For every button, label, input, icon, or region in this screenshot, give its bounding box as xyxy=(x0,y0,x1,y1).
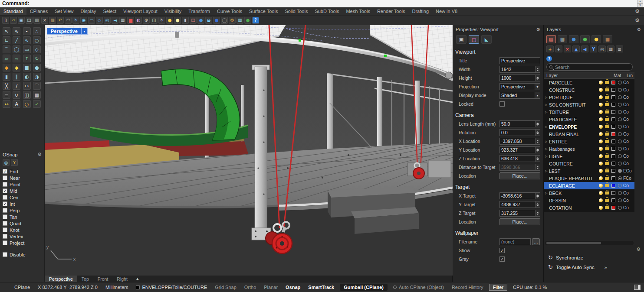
width-input[interactable]: 1642 xyxy=(499,66,540,73)
layer-color-swatch[interactable] xyxy=(611,95,615,99)
location-button[interactable]: Place... xyxy=(499,218,540,225)
menu-item-render-tools[interactable]: Render Tools xyxy=(374,7,409,15)
layer-visibility-bulb-icon[interactable] xyxy=(599,132,603,136)
osnap-gear-icon[interactable]: ⚙ xyxy=(37,152,42,157)
layer-material-icon[interactable] xyxy=(618,95,622,99)
expand-arrow-icon[interactable]: ▷ xyxy=(545,140,549,143)
status-cpu-use-0-1[interactable]: CPU use: 0.1 % xyxy=(509,285,551,290)
layer-row-enveloppe[interactable]: ▷ENVELOPPECo xyxy=(544,123,634,130)
osnap-option-point[interactable]: Point xyxy=(3,181,42,188)
layer-material-icon[interactable] xyxy=(618,140,622,143)
layer-visibility-bulb-icon[interactable] xyxy=(599,169,603,173)
render-globe-icon[interactable]: ● xyxy=(213,17,220,24)
layer-visibility-bulb-icon[interactable] xyxy=(599,191,603,195)
osnap-option-project[interactable]: Project xyxy=(3,240,42,246)
layer-material-icon[interactable] xyxy=(618,103,622,107)
osnap-checkbox-near[interactable] xyxy=(3,175,7,180)
copy-objects-icon[interactable]: ◫ xyxy=(151,17,158,24)
render-preview-icon[interactable]: ◐ xyxy=(135,17,142,24)
menu-item-new-in-v8[interactable]: New in V8 xyxy=(432,7,461,15)
layer-lock-icon[interactable] xyxy=(605,169,609,172)
status-cplane[interactable]: CPlane xyxy=(10,285,34,290)
trim-icon[interactable]: ╳ xyxy=(3,82,10,90)
status-enveloppe-toile-couture[interactable]: ENVELOPPE/Toile/COUTURE xyxy=(132,285,211,290)
search-input[interactable] xyxy=(554,64,630,70)
status-millimeters[interactable]: Millimeters xyxy=(102,285,132,290)
layer-visibility-bulb-icon[interactable] xyxy=(599,117,603,121)
undo-icon[interactable]: ↶ xyxy=(57,17,64,24)
menu-item-subd-tools[interactable]: SubD Tools xyxy=(311,7,342,15)
osnap-filter-icon[interactable]: Y xyxy=(11,159,18,166)
layer-material-icon[interactable] xyxy=(618,110,622,114)
lens-length-mm-input[interactable]: 50.0 xyxy=(499,120,540,127)
light-bulb-icon[interactable]: ● xyxy=(174,17,181,24)
layer-lock-icon[interactable] xyxy=(605,118,609,121)
add-viewport-tab-button[interactable]: + xyxy=(132,276,143,282)
zoom-selected-icon[interactable]: ◎ xyxy=(104,17,111,24)
osnap-checkbox-quad[interactable] xyxy=(3,221,7,226)
layer-color-swatch[interactable] xyxy=(611,88,615,92)
new-layer-icon[interactable]: + xyxy=(546,45,554,52)
osnap-option-tan[interactable]: Tan xyxy=(3,214,42,220)
osnap-option-end[interactable]: End xyxy=(3,168,42,175)
layer-row-construc[interactable]: CONSTRUCCo xyxy=(544,86,634,94)
layer-lock-icon[interactable] xyxy=(605,162,609,165)
render-icon[interactable]: ▆ xyxy=(127,17,134,24)
surface-icon[interactable]: ▱ xyxy=(3,55,10,62)
filename-input[interactable]: (none) xyxy=(499,238,531,245)
layer-row-goutiere[interactable]: GOUTIERECo xyxy=(544,160,634,167)
layer-lock-icon[interactable] xyxy=(605,147,609,150)
projection-dropdown[interactable]: Perspective▼ xyxy=(499,83,540,90)
menu-item-viewport-layout[interactable]: Viewport Layout xyxy=(120,7,161,15)
status-grid-snap[interactable]: Grid Snap xyxy=(211,285,240,290)
layer-row-toiture[interactable]: ▷TOITURECo xyxy=(544,108,634,116)
line-icon[interactable]: ╱ xyxy=(13,36,20,44)
osnap-option-int[interactable]: Int xyxy=(3,201,42,207)
layer-row-deck[interactable]: ▷DECKCo xyxy=(544,189,634,197)
chevron-down-icon[interactable]: ▼ xyxy=(82,28,88,35)
point-cloud-icon[interactable]: ∴ xyxy=(33,27,41,35)
torus-icon[interactable]: ◯ xyxy=(221,17,228,24)
layer-visibility-bulb-icon[interactable] xyxy=(599,198,603,202)
dimension-icon[interactable]: ↔ xyxy=(3,100,10,108)
osnap-checkbox-point[interactable] xyxy=(3,182,7,187)
viewport-3d-scene[interactable]: x y xyxy=(45,25,453,276)
layer-row-lest[interactable]: ▷LESTECo xyxy=(544,167,634,175)
new-sublayer-icon[interactable]: + xyxy=(555,45,562,52)
x-target-input[interactable]: -3098.616 xyxy=(499,192,540,199)
command-bar[interactable]: Command: ▲ ▼ xyxy=(0,0,644,7)
layer-row-parcelle[interactable]: PARCELLECo xyxy=(544,79,634,86)
status-gumball-cplane[interactable]: Gumball (CPlane) xyxy=(340,284,388,291)
rotate-objects-icon[interactable]: ↻ xyxy=(158,17,165,24)
paint-bucket-icon[interactable]: ◆ xyxy=(13,64,20,71)
spotlight-icon[interactable]: ● xyxy=(166,17,173,24)
help-icon[interactable]: ? xyxy=(546,56,552,62)
expand-arrow-icon[interactable]: ▷ xyxy=(545,103,549,107)
object-properties-tab[interactable]: ▣ xyxy=(456,35,467,44)
menu-item-surface-tools[interactable]: Surface Tools xyxy=(246,7,281,15)
menu-item-drafting[interactable]: Drafting xyxy=(409,7,433,15)
point-icon[interactable]: • xyxy=(23,27,31,35)
osnap-checkbox-end[interactable] xyxy=(3,169,7,174)
layer-color-swatch[interactable] xyxy=(611,110,615,114)
layer-row-cotation[interactable]: COTATIONCo xyxy=(544,204,634,211)
locked-checkbox[interactable] xyxy=(499,101,505,107)
zoom-window-icon[interactable]: ▭ xyxy=(88,17,95,24)
title-input[interactable]: Perspective xyxy=(499,57,540,64)
spinner-arrows-icon[interactable] xyxy=(535,210,540,216)
open-folder-icon[interactable]: ▱ xyxy=(10,17,17,24)
gray-checkbox[interactable] xyxy=(499,256,505,262)
color-wheel-icon[interactable]: ● xyxy=(197,17,204,24)
zoom-dynamic-icon[interactable]: ◉ xyxy=(80,17,87,24)
pipe-icon[interactable]: ∥ xyxy=(13,73,20,81)
join-icon[interactable]: ∪ xyxy=(13,91,20,99)
viewport-tab-top[interactable]: Top xyxy=(77,276,93,282)
check-icon[interactable]: ✓ xyxy=(33,100,41,108)
osnap-checkbox-mid[interactable] xyxy=(3,188,7,193)
layer-color-swatch[interactable] xyxy=(611,191,615,195)
status-auto-cplane-object[interactable]: Auto CPlane (Object) xyxy=(389,285,448,290)
materials-tab[interactable]: ● xyxy=(569,35,578,43)
previous-view-icon[interactable]: ◄ xyxy=(112,17,118,24)
status-osnap[interactable]: Osnap xyxy=(282,285,304,290)
layer-row-eclairage[interactable]: ECLAIRAGECo xyxy=(544,182,634,189)
